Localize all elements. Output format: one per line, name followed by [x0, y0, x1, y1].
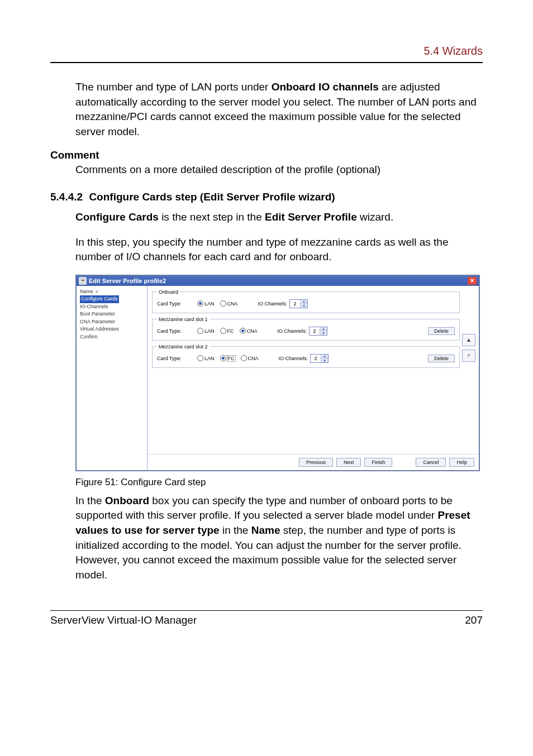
footer-page-number: 207 — [465, 614, 483, 626]
radio-onboard-lan[interactable]: LAN — [197, 300, 215, 307]
radio-mezz1-fc[interactable]: FC — [220, 328, 234, 334]
section-number: 5.4.4.2 — [50, 191, 83, 203]
bold: Edit Server Profile — [265, 211, 357, 223]
spinner-up-icon[interactable]: ▲ — [300, 300, 307, 304]
label-card-type: Card Type: — [157, 356, 188, 361]
radio-mezz1-cna[interactable]: CNA — [240, 328, 258, 334]
radio-label: FC — [227, 356, 235, 361]
header-section: 5.4 Wizards — [50, 45, 483, 58]
group-mezz1: Mezzanine card slot 1 Card Type: LAN FC … — [152, 317, 460, 341]
radio-mezz2-fc[interactable]: FC — [220, 355, 235, 361]
text: In the — [75, 495, 105, 506]
help-button[interactable]: Help — [449, 458, 474, 467]
bold: Onboard — [105, 495, 149, 506]
nav-item-virtual-addresses[interactable]: Virtual Addresses — [80, 326, 147, 333]
spinner-down-icon[interactable]: ▼ — [320, 331, 327, 335]
spinner-down-icon[interactable]: ▼ — [321, 358, 328, 362]
para-onboard-io: The number and type of LAN ports under O… — [75, 80, 483, 139]
figure-caption: Figure 51: Configure Card step — [75, 477, 483, 488]
label-io-channels: IO Channels: — [279, 356, 308, 361]
mezz1-legend: Mezzanine card slot 1 — [157, 317, 210, 322]
radio-mezz2-lan[interactable]: LAN — [197, 355, 215, 361]
nav-item-name[interactable]: Name — [80, 288, 147, 296]
radio-label: LAN — [204, 301, 215, 307]
radio-label: LAN — [204, 356, 215, 361]
spinner-up-icon[interactable]: ▲ — [321, 355, 328, 359]
group-mezz2: Mezzanine card slot 2 Card Type: LAN FC … — [152, 344, 460, 368]
spinner-value: 2 — [310, 327, 320, 335]
radio-mezz1-lan[interactable]: LAN — [197, 328, 215, 334]
next-button[interactable]: Next — [336, 458, 361, 467]
header-rule — [50, 62, 483, 63]
para-step-desc: In this step, you specify the number and… — [75, 235, 483, 265]
spinner-up-icon[interactable]: ▲ — [320, 327, 327, 332]
wizard-nav: Name Configure Cards IO-Channels Boot Pa… — [77, 286, 147, 470]
radio-mezz2-cna[interactable]: CNA — [241, 355, 259, 361]
window-title: Edit Server Profile profile2 — [89, 277, 166, 284]
radio-label: LAN — [204, 328, 215, 334]
dialog-main: Onboard Card Type: LAN CNA IO Channels: — [147, 286, 479, 470]
move-up-button[interactable]: ▲ — [462, 334, 475, 346]
radio-label: CNA — [227, 301, 238, 307]
term-comment-body: Comments on a more detailed description … — [75, 162, 483, 178]
delete-button[interactable]: Delete — [428, 355, 455, 362]
spinner-down-icon[interactable]: ▼ — [300, 304, 307, 308]
text: wizard. — [357, 211, 393, 223]
footer-left: ServerView Virtual-IO Manager — [50, 614, 197, 626]
nav-item-confirm[interactable]: Confirm — [80, 333, 147, 341]
nav-item-io-channels[interactable]: IO-Channels — [80, 303, 147, 311]
radio-label: FC — [227, 328, 234, 334]
text: The number and type of LAN ports under — [75, 81, 272, 93]
radio-label: CNA — [247, 328, 258, 334]
cancel-button[interactable]: Cancel — [416, 458, 446, 467]
previous-button[interactable]: Previous — [299, 458, 333, 467]
text: is the next step in the — [159, 211, 265, 223]
nav-item-configure-cards[interactable]: Configure Cards — [80, 295, 119, 303]
mezz2-io-spinner[interactable]: 2 ▲▼ — [310, 354, 329, 363]
term-comment: Comment — [50, 149, 483, 161]
finish-button[interactable]: Finish — [364, 458, 392, 467]
titlebar: ☕ Edit Server Profile profile2 ✕ — [77, 276, 479, 286]
mezz1-io-spinner[interactable]: 2 ▲▼ — [309, 327, 327, 336]
close-icon[interactable]: ✕ — [468, 277, 477, 285]
dialog-edit-server-profile: ☕ Edit Server Profile profile2 ✕ Name Co… — [75, 275, 480, 471]
mezz2-legend: Mezzanine card slot 2 — [157, 344, 210, 350]
group-onboard: Onboard Card Type: LAN CNA IO Channels: — [152, 289, 460, 313]
nav-item-cna-parameter[interactable]: CNA Parameter — [80, 318, 147, 326]
section-heading: 5.4.4.2 Configure Cards step (Edit Serve… — [50, 191, 483, 203]
label-card-type: Card Type: — [157, 328, 188, 334]
bold: Configure Cards — [75, 211, 159, 223]
onboard-io-spinner[interactable]: 2 ▲▼ — [289, 299, 308, 308]
para-onboard-box: In the Onboard box you can specify the t… — [75, 494, 483, 583]
radio-onboard-cna[interactable]: CNA — [220, 300, 238, 307]
page-footer: ServerView Virtual-IO Manager 207 — [50, 610, 483, 626]
nav-item-boot-parameter[interactable]: Boot Parameter — [80, 310, 147, 318]
label-io-channels: IO Channels: — [278, 328, 307, 334]
delete-button[interactable]: Delete — [428, 327, 455, 335]
onboard-legend: Onboard — [157, 289, 180, 295]
intro-line: Configure Cards is the next step in the … — [75, 210, 483, 225]
bold: Name — [251, 524, 280, 536]
label-card-type: Card Type: — [157, 301, 188, 307]
move-down-button[interactable]: ▼ — [462, 350, 475, 362]
radio-label: CNA — [248, 356, 259, 361]
label-io-channels: IO Channels: — [258, 301, 288, 307]
figure-dialog: ☕ Edit Server Profile profile2 ✕ Name Co… — [75, 275, 483, 488]
bold: Onboard IO channels — [272, 81, 379, 93]
section-title: Configure Cards step (Edit Server Profil… — [89, 191, 335, 203]
java-icon: ☕ — [79, 277, 87, 285]
spinner-value: 2 — [290, 300, 300, 308]
button-bar: Previous Next Finish Cancel Help — [147, 454, 479, 470]
spinner-value: 2 — [311, 355, 321, 362]
text: in the — [220, 524, 251, 536]
